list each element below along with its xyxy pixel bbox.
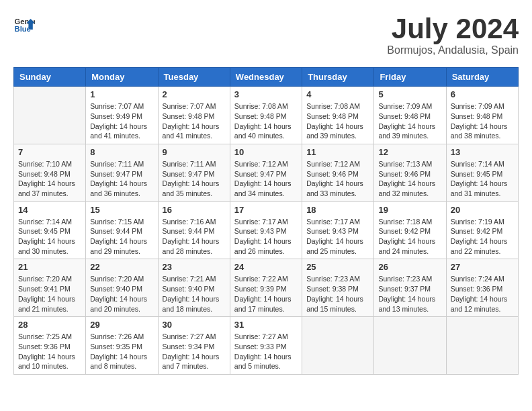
weekday-header-thursday: Thursday	[302, 68, 374, 87]
week-row-2: 14Sunrise: 7:14 AM Sunset: 9:45 PM Dayli…	[14, 201, 519, 259]
day-number: 12	[378, 147, 441, 157]
day-number: 6	[451, 89, 514, 99]
logo: General Blue	[13, 13, 35, 35]
day-info: Sunrise: 7:18 AM Sunset: 9:42 PM Dayligh…	[378, 217, 441, 257]
day-number: 22	[90, 262, 153, 272]
calendar-cell	[446, 317, 518, 375]
day-number: 13	[451, 147, 514, 157]
day-info: Sunrise: 7:26 AM Sunset: 9:35 PM Dayligh…	[90, 332, 153, 371]
day-number: 24	[234, 262, 298, 272]
calendar-cell: 17Sunrise: 7:17 AM Sunset: 9:43 PM Dayli…	[230, 201, 302, 259]
day-number: 27	[451, 262, 514, 272]
calendar-cell: 28Sunrise: 7:25 AM Sunset: 9:36 PM Dayli…	[14, 317, 86, 375]
day-info: Sunrise: 7:07 AM Sunset: 9:48 PM Dayligh…	[163, 101, 226, 141]
calendar-cell: 9Sunrise: 7:11 AM Sunset: 9:47 PM Daylig…	[158, 144, 230, 201]
day-number: 29	[90, 320, 153, 330]
location-title: Bormujos, Andalusia, Spain	[387, 44, 519, 56]
calendar-cell: 27Sunrise: 7:24 AM Sunset: 9:36 PM Dayli…	[446, 259, 518, 317]
calendar-cell: 13Sunrise: 7:14 AM Sunset: 9:45 PM Dayli…	[446, 144, 518, 201]
day-info: Sunrise: 7:14 AM Sunset: 9:45 PM Dayligh…	[451, 159, 514, 199]
day-number: 20	[451, 205, 514, 215]
day-number: 15	[90, 205, 153, 215]
calendar-cell: 26Sunrise: 7:23 AM Sunset: 9:37 PM Dayli…	[374, 259, 446, 317]
calendar-cell: 12Sunrise: 7:13 AM Sunset: 9:46 PM Dayli…	[374, 144, 446, 201]
day-number: 19	[378, 205, 441, 215]
day-number: 17	[234, 205, 298, 215]
day-number: 9	[163, 147, 226, 157]
calendar-cell: 11Sunrise: 7:12 AM Sunset: 9:46 PM Dayli…	[302, 144, 374, 201]
day-number: 1	[90, 89, 153, 99]
day-info: Sunrise: 7:12 AM Sunset: 9:47 PM Dayligh…	[234, 159, 298, 199]
weekday-header-saturday: Saturday	[446, 68, 518, 87]
calendar-cell: 2Sunrise: 7:07 AM Sunset: 9:48 PM Daylig…	[158, 87, 230, 144]
calendar-cell: 19Sunrise: 7:18 AM Sunset: 9:42 PM Dayli…	[374, 201, 446, 259]
week-row-1: 7Sunrise: 7:10 AM Sunset: 9:48 PM Daylig…	[14, 144, 519, 201]
day-number: 3	[234, 89, 298, 99]
day-number: 25	[306, 262, 369, 272]
day-info: Sunrise: 7:12 AM Sunset: 9:46 PM Dayligh…	[306, 159, 369, 199]
day-number: 8	[90, 147, 153, 157]
day-number: 4	[306, 89, 369, 99]
header: General Blue July 2024 Bormujos, Andalus…	[13, 13, 519, 56]
day-info: Sunrise: 7:17 AM Sunset: 9:43 PM Dayligh…	[306, 217, 369, 257]
day-info: Sunrise: 7:07 AM Sunset: 9:49 PM Dayligh…	[90, 101, 153, 141]
calendar-cell: 3Sunrise: 7:08 AM Sunset: 9:48 PM Daylig…	[230, 87, 302, 144]
day-info: Sunrise: 7:20 AM Sunset: 9:41 PM Dayligh…	[18, 274, 81, 314]
calendar-table: SundayMondayTuesdayWednesdayThursdayFrid…	[13, 67, 519, 375]
weekday-header-sunday: Sunday	[14, 68, 86, 87]
svg-text:Blue: Blue	[15, 25, 31, 33]
day-info: Sunrise: 7:23 AM Sunset: 9:38 PM Dayligh…	[306, 274, 369, 314]
calendar-cell: 8Sunrise: 7:11 AM Sunset: 9:47 PM Daylig…	[86, 144, 158, 201]
calendar-cell: 10Sunrise: 7:12 AM Sunset: 9:47 PM Dayli…	[230, 144, 302, 201]
day-number: 14	[18, 205, 81, 215]
day-info: Sunrise: 7:13 AM Sunset: 9:46 PM Dayligh…	[378, 159, 441, 199]
day-info: Sunrise: 7:22 AM Sunset: 9:39 PM Dayligh…	[234, 274, 298, 314]
day-info: Sunrise: 7:08 AM Sunset: 9:48 PM Dayligh…	[234, 101, 298, 141]
day-number: 11	[306, 147, 369, 157]
calendar-cell: 1Sunrise: 7:07 AM Sunset: 9:49 PM Daylig…	[86, 87, 158, 144]
calendar-cell: 24Sunrise: 7:22 AM Sunset: 9:39 PM Dayli…	[230, 259, 302, 317]
day-number: 28	[18, 320, 81, 330]
day-number: 10	[234, 147, 298, 157]
day-info: Sunrise: 7:21 AM Sunset: 9:40 PM Dayligh…	[163, 274, 226, 314]
calendar-cell: 20Sunrise: 7:19 AM Sunset: 9:42 PM Dayli…	[446, 201, 518, 259]
week-row-0: 1Sunrise: 7:07 AM Sunset: 9:49 PM Daylig…	[14, 87, 519, 144]
day-number: 16	[163, 205, 226, 215]
calendar-cell: 7Sunrise: 7:10 AM Sunset: 9:48 PM Daylig…	[14, 144, 86, 201]
day-info: Sunrise: 7:23 AM Sunset: 9:37 PM Dayligh…	[378, 274, 441, 314]
weekday-header-wednesday: Wednesday	[230, 68, 302, 87]
day-info: Sunrise: 7:09 AM Sunset: 9:48 PM Dayligh…	[451, 101, 514, 141]
calendar-cell	[374, 317, 446, 375]
weekday-header-tuesday: Tuesday	[158, 68, 230, 87]
calendar-cell: 5Sunrise: 7:09 AM Sunset: 9:48 PM Daylig…	[374, 87, 446, 144]
calendar-cell: 16Sunrise: 7:16 AM Sunset: 9:44 PM Dayli…	[158, 201, 230, 259]
day-info: Sunrise: 7:27 AM Sunset: 9:34 PM Dayligh…	[163, 332, 226, 371]
title-area: July 2024 Bormujos, Andalusia, Spain	[387, 13, 519, 56]
logo-icon: General Blue	[13, 13, 35, 35]
day-number: 26	[378, 262, 441, 272]
calendar-cell: 18Sunrise: 7:17 AM Sunset: 9:43 PM Dayli…	[302, 201, 374, 259]
day-number: 30	[163, 320, 226, 330]
day-number: 5	[378, 89, 441, 99]
day-info: Sunrise: 7:25 AM Sunset: 9:36 PM Dayligh…	[18, 332, 81, 371]
day-info: Sunrise: 7:15 AM Sunset: 9:44 PM Dayligh…	[90, 217, 153, 257]
week-row-4: 28Sunrise: 7:25 AM Sunset: 9:36 PM Dayli…	[14, 317, 519, 375]
calendar-cell: 31Sunrise: 7:27 AM Sunset: 9:33 PM Dayli…	[230, 317, 302, 375]
calendar-cell: 4Sunrise: 7:08 AM Sunset: 9:48 PM Daylig…	[302, 87, 374, 144]
day-info: Sunrise: 7:27 AM Sunset: 9:33 PM Dayligh…	[234, 332, 298, 371]
calendar-cell: 14Sunrise: 7:14 AM Sunset: 9:45 PM Dayli…	[14, 201, 86, 259]
day-info: Sunrise: 7:14 AM Sunset: 9:45 PM Dayligh…	[18, 217, 81, 257]
day-info: Sunrise: 7:19 AM Sunset: 9:42 PM Dayligh…	[451, 217, 514, 257]
weekday-header-friday: Friday	[374, 68, 446, 87]
day-info: Sunrise: 7:24 AM Sunset: 9:36 PM Dayligh…	[451, 274, 514, 314]
day-info: Sunrise: 7:11 AM Sunset: 9:47 PM Dayligh…	[163, 159, 226, 199]
calendar-cell: 30Sunrise: 7:27 AM Sunset: 9:34 PM Dayli…	[158, 317, 230, 375]
calendar-cell: 25Sunrise: 7:23 AM Sunset: 9:38 PM Dayli…	[302, 259, 374, 317]
calendar-cell	[14, 87, 86, 144]
day-number: 2	[163, 89, 226, 99]
day-info: Sunrise: 7:10 AM Sunset: 9:48 PM Dayligh…	[18, 159, 81, 199]
day-number: 31	[234, 320, 298, 330]
day-number: 21	[18, 262, 81, 272]
weekday-header-row: SundayMondayTuesdayWednesdayThursdayFrid…	[14, 68, 519, 87]
day-info: Sunrise: 7:17 AM Sunset: 9:43 PM Dayligh…	[234, 217, 298, 257]
